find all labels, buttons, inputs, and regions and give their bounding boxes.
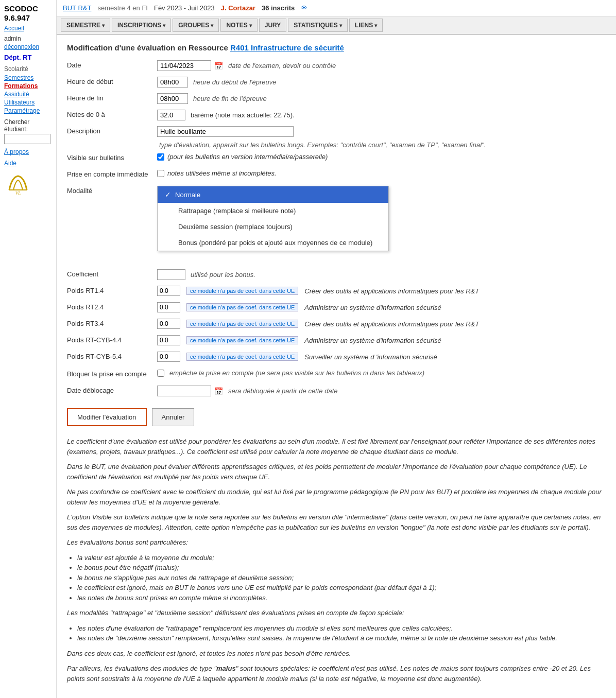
modalite-option-normale[interactable]: ✓ Normale xyxy=(158,186,388,203)
notes-hint: barème (note max actuelle: 22.75). xyxy=(191,111,295,119)
svg-text:VL: VL xyxy=(15,190,21,195)
malus-word: malus xyxy=(216,665,236,672)
coefficient-row: Coefficient utilisé pour les bonus. xyxy=(67,269,606,282)
nav-semestre[interactable]: SEMESTRE ▾ xyxy=(61,19,110,32)
notes-input[interactable] xyxy=(157,110,185,120)
heure-fin-input[interactable] xyxy=(157,93,188,104)
prise-label: Prise en compte immédiate xyxy=(67,169,157,178)
bonus-item-3: le bonus ne s'applique pas aux notes de … xyxy=(77,573,606,583)
description-control: type d'évaluation, apparaît sur les bull… xyxy=(157,126,606,149)
poids-rt24-input[interactable] xyxy=(157,302,180,312)
notes-row: Notes de 0 à barème (note max actuelle: … xyxy=(67,110,606,122)
nav-menu: SEMESTRE ▾ INSCRIPTIONS ▾ GROUPES ▾ NOTE… xyxy=(57,16,616,35)
poids-rt34-desc: Créer des outils et applications informa… xyxy=(304,320,479,328)
modalite-rattrapage-label: Rattrapage (remplace si meilleure note) xyxy=(178,207,296,215)
checkmark-icon: ✓ xyxy=(165,190,171,199)
poids-rtcyb54-row: Poids RT-CYB-5.4 ce module n'a pas de co… xyxy=(67,352,606,364)
poids-rt34-control: ce module n'a pas de coef. dans cette UE… xyxy=(157,319,606,329)
info-para-2: Dans le BUT, une évaluation peut évaluer… xyxy=(67,462,606,482)
notes-control: barème (note max actuelle: 22.75). xyxy=(157,110,606,120)
modalite-deuxieme-label: Deuxième session (remplace toujours) xyxy=(178,223,293,231)
modalite-option-bonus[interactable]: Bonus (pondéré par poids et ajouté aux m… xyxy=(158,235,388,251)
annuler-button[interactable]: Annuler xyxy=(152,408,195,426)
poids-rt14-input[interactable] xyxy=(157,286,180,296)
search-label: Chercher étudiant: xyxy=(4,118,52,133)
apropos-link[interactable]: À propos xyxy=(4,148,52,155)
malus-para-start: Par ailleurs, les évaluations des module… xyxy=(67,665,216,672)
prise-control: notes utilisées même si incomplètes. xyxy=(157,169,606,177)
bloquer-hint: empêche la prise en compte (ne sera pas … xyxy=(169,369,424,377)
topbar-teacher: J. Cortazar xyxy=(221,4,255,12)
date-deblocage-label: Date déblocage xyxy=(67,386,157,394)
semestre-chevron: ▾ xyxy=(102,23,105,28)
heure-fin-label: Heure de fin xyxy=(67,93,157,102)
prise-checkbox[interactable] xyxy=(157,170,164,177)
poids-rt34-label: Poids RT3.4 xyxy=(67,319,157,327)
date-input[interactable] xyxy=(157,60,211,71)
scolarite-section: Scolarité xyxy=(4,65,52,73)
bloquer-control: empêche la prise en compte (ne sera pas … xyxy=(157,369,606,377)
heure-debut-hint: heure du début de l'épreuve xyxy=(193,78,277,86)
topbar: BUT R&T semestre 4 en FI Fév 2023 - Juil… xyxy=(57,0,616,16)
sidebar-item-utilisateurs[interactable]: Utilisateurs xyxy=(4,99,52,106)
sidebar-item-formations[interactable]: Formations xyxy=(4,82,52,90)
deconnexion-link[interactable]: déconnexion xyxy=(4,43,52,50)
eye-icon[interactable]: 👁 xyxy=(301,4,307,12)
topbar-dates: Fév 2023 - Juil 2023 xyxy=(154,4,215,12)
poids-rt34-input[interactable] xyxy=(157,319,180,329)
sidebar-logo-image: VL xyxy=(4,172,32,195)
sidebar-item-assiduite[interactable]: Assiduité xyxy=(4,91,52,98)
modalite-option-rattrapage[interactable]: Rattrapage (remplace si meilleure note) xyxy=(158,203,388,219)
topbar-but-link[interactable]: BUT R&T xyxy=(63,4,91,12)
nav-statistiques[interactable]: STATISTIQUES ▾ xyxy=(288,19,348,32)
info-para-5: Les évaluations bonus sont particulières… xyxy=(67,537,606,548)
poids-rtcyb54-control: ce module n'a pas de coef. dans cette UE… xyxy=(157,352,606,362)
description-input[interactable] xyxy=(157,126,294,137)
visible-checkbox[interactable] xyxy=(157,153,164,161)
search-input[interactable] xyxy=(4,134,50,144)
poids-rt34-row: Poids RT3.4 ce module n'a pas de coef. d… xyxy=(67,319,606,331)
bonus-item-1: la valeur est ajoutée à la moyenne du mo… xyxy=(77,553,606,563)
admin-label: admin xyxy=(4,35,52,42)
date-label: Date xyxy=(67,60,157,69)
heure-debut-control: heure du début de l'épreuve xyxy=(157,77,606,88)
modalite-dropdown: ✓ Normale Rattrapage (remplace si meille… xyxy=(157,186,389,251)
sidebar-item-semestres[interactable]: Semestres xyxy=(4,74,52,81)
poids-rtcyb44-label: Poids RT-CYB-4.4 xyxy=(67,335,157,344)
nav-notes[interactable]: NOTES ▾ xyxy=(220,19,257,32)
date-deblocage-input[interactable] xyxy=(157,386,211,396)
coefficient-ignored-para: Dans ces deux cas, le coefficient est ig… xyxy=(67,649,606,659)
modalite-option-deuxieme[interactable]: Deuxième session (remplace toujours) xyxy=(158,219,388,235)
description-label: Description xyxy=(67,126,157,135)
sidebar-item-parametrage[interactable]: Paramétrage xyxy=(4,107,52,114)
aide-link[interactable]: Aide xyxy=(4,160,52,167)
modalite-row: Modalité ✓ Normale Rattrapage (remplace … xyxy=(67,186,606,198)
poids-rt14-label: Poids RT1.4 xyxy=(67,286,157,294)
bonus-item-5: les notes de bonus sont prises en compte… xyxy=(77,593,606,603)
date-calendar-icon[interactable]: 📅 xyxy=(214,62,223,70)
nav-liens[interactable]: LIENS ▾ xyxy=(349,19,383,32)
nav-inscriptions[interactable]: INSCRIPTIONS ▾ xyxy=(112,19,171,32)
poids-rtcyb44-control: ce module n'a pas de coef. dans cette UE… xyxy=(157,335,606,345)
poids-rt24-label: Poids RT2.4 xyxy=(67,302,157,311)
resource-link[interactable]: R401 Infrastructure de sécurité xyxy=(230,43,344,52)
sidebar: SCODOC 9.6.947 Accueil admin déconnexion… xyxy=(0,0,57,698)
date-row: Date 📅 date de l'examen, devoir ou contr… xyxy=(67,60,606,73)
nav-groupes[interactable]: GROUPES ▾ xyxy=(173,19,219,32)
bloquer-row: Bloquer la prise en compte empêche la pr… xyxy=(67,369,606,381)
coefficient-input[interactable] xyxy=(157,269,185,280)
coefficient-control: utilisé pour les bonus. xyxy=(157,269,606,280)
nav-jury[interactable]: JURY xyxy=(259,19,287,32)
poids-rtcyb54-input[interactable] xyxy=(157,352,180,362)
heure-fin-hint: heure de fin de l'épreuve xyxy=(193,95,267,102)
bloquer-checkbox[interactable] xyxy=(157,370,164,377)
modalite-normale-label: Normale xyxy=(175,191,200,199)
poids-rtcyb44-input[interactable] xyxy=(157,335,180,345)
modifier-button[interactable]: Modifier l'évaluation xyxy=(67,408,147,426)
info-para-3: Ne pas confondre ce coefficient avec le … xyxy=(67,487,606,507)
heure-debut-input[interactable] xyxy=(157,77,188,88)
dept-label: Dépt. RT xyxy=(4,54,52,61)
deblocage-calendar-icon[interactable]: 📅 xyxy=(214,387,223,395)
poids-rt24-tag: ce module n'a pas de coef. dans cette UE xyxy=(186,303,298,311)
accueil-link[interactable]: Accueil xyxy=(4,25,52,32)
